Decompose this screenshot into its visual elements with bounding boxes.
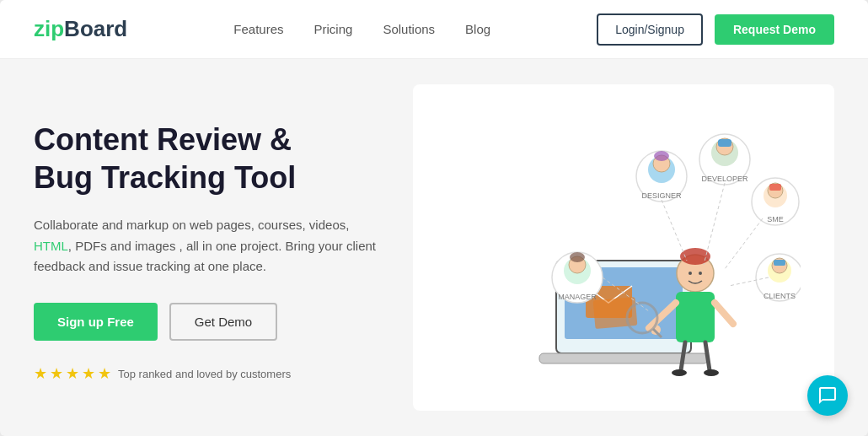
nav-features[interactable]: Features bbox=[233, 22, 283, 36]
svg-rect-28 bbox=[718, 139, 731, 147]
nav-pricing[interactable]: Pricing bbox=[314, 22, 353, 36]
svg-rect-33 bbox=[769, 184, 781, 191]
hero-description: Collaborate and markup on web pages, cou… bbox=[34, 215, 379, 277]
star-4: ★ bbox=[82, 364, 95, 383]
rating-row: ★ ★ ★ ★ ★ Top ranked and loved by custom… bbox=[34, 364, 379, 383]
svg-point-7 bbox=[689, 272, 692, 275]
svg-rect-38 bbox=[774, 260, 785, 266]
header: zipBoard Features Pricing Solutions Blog… bbox=[0, 0, 868, 59]
cta-buttons: Sign up Free Get Demo bbox=[34, 303, 379, 341]
svg-line-12 bbox=[715, 303, 733, 324]
request-demo-button[interactable]: Request Demo bbox=[715, 14, 834, 45]
main-nav: Features Pricing Solutions Blog bbox=[233, 22, 490, 36]
hero-title-line1: Content Review & bbox=[34, 122, 292, 157]
svg-text:MANAGER: MANAGER bbox=[558, 293, 597, 301]
star-1: ★ bbox=[34, 364, 47, 383]
svg-point-8 bbox=[699, 272, 702, 275]
signup-button[interactable]: Sign up Free bbox=[34, 303, 158, 341]
logo: zipBoard bbox=[34, 16, 127, 42]
star-3: ★ bbox=[66, 364, 79, 383]
svg-text:SME: SME bbox=[767, 215, 784, 223]
svg-line-47 bbox=[725, 218, 763, 269]
hero-title: Content Review & Bug Tracking Tool bbox=[34, 121, 379, 196]
svg-point-18 bbox=[672, 369, 687, 376]
hero-title-line2: Bug Tracking Tool bbox=[34, 160, 296, 195]
rating-text: Top ranked and loved by customers bbox=[118, 368, 291, 380]
svg-rect-10 bbox=[676, 292, 715, 342]
svg-text:DESIGNER: DESIGNER bbox=[641, 191, 682, 200]
svg-text:DEVELOPER: DEVELOPER bbox=[701, 175, 748, 183]
html-link[interactable]: HTML bbox=[34, 239, 68, 253]
nav-blog[interactable]: Blog bbox=[465, 22, 490, 36]
svg-text:CLIENTS: CLIENTS bbox=[764, 292, 796, 300]
left-panel: Content Review & Bug Tracking Tool Colla… bbox=[34, 84, 413, 411]
logo-board: Board bbox=[64, 16, 127, 42]
chat-icon bbox=[817, 385, 838, 406]
login-signup-button[interactable]: Login/Signup bbox=[597, 13, 703, 46]
chat-bubble[interactable] bbox=[807, 375, 848, 416]
svg-rect-4 bbox=[593, 296, 638, 328]
svg-line-17 bbox=[705, 342, 710, 370]
star-5: ★ bbox=[98, 364, 111, 383]
get-demo-button[interactable]: Get Demo bbox=[169, 303, 277, 341]
svg-line-45 bbox=[662, 200, 687, 261]
logo-zip: zip bbox=[34, 16, 64, 42]
page-wrapper: zipBoard Features Pricing Solutions Blog… bbox=[0, 0, 868, 436]
main-content: Content Review & Bug Tracking Tool Colla… bbox=[0, 59, 868, 436]
svg-point-19 bbox=[704, 369, 719, 376]
svg-point-23 bbox=[654, 151, 669, 161]
nav-solutions[interactable]: Solutions bbox=[383, 22, 435, 36]
illustration-svg: DESIGNER DEVELOPER SME bbox=[447, 109, 801, 387]
right-panel: DESIGNER DEVELOPER SME bbox=[413, 84, 834, 411]
svg-point-43 bbox=[570, 252, 585, 262]
star-rating: ★ ★ ★ ★ ★ bbox=[34, 364, 111, 383]
star-2: ★ bbox=[50, 364, 63, 383]
svg-line-46 bbox=[704, 183, 725, 265]
hero-illustration: DESIGNER DEVELOPER SME bbox=[430, 101, 817, 394]
nav-actions: Login/Signup Request Demo bbox=[597, 13, 834, 46]
